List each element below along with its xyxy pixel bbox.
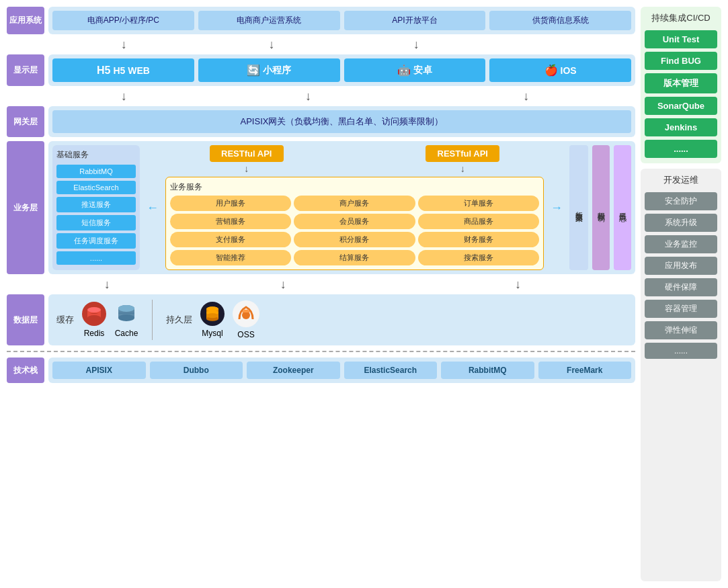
redis-label: Redis — [84, 329, 105, 338]
cicd-btn-0[interactable]: Unit Test — [645, 30, 717, 48]
small-arrow-2: ↓ — [460, 163, 465, 174]
apple-icon: 🍎 — [544, 64, 558, 77]
arrow-down-1: ↓ — [121, 38, 127, 50]
app-box-2: API开放平台 — [344, 11, 486, 30]
permission-col: 权限控制 — [592, 145, 610, 270]
svc-0: 用户服务 — [170, 196, 291, 211]
restful-api-row: RESTful API ↓ RESTful API ↓ — [165, 145, 544, 174]
biz-arrow-left: ← — [144, 145, 161, 270]
tech-layer-label: 技术栈 — [7, 358, 44, 383]
behavior-col: 行为数据采集 — [569, 145, 588, 270]
svg-point-9 — [118, 314, 134, 321]
devops-btn-4[interactable]: 硬件保障 — [645, 278, 717, 296]
syslog-text: 系统日志 — [618, 206, 628, 209]
display-layer-label: 显示层 — [7, 54, 44, 86]
redis-item: Redis — [82, 302, 106, 338]
services-title: 业务服务 — [170, 181, 539, 193]
oss-item: OSS — [233, 300, 259, 339]
biz-item-3: 短信服务 — [56, 215, 136, 230]
devops-btn-0[interactable]: 安全防护 — [645, 192, 717, 210]
svg-point-10 — [118, 305, 134, 312]
android-icon: 🤖 — [397, 64, 411, 77]
basic-services-panel: 基础服务 RabbitMQ ElasticSearch 推送服务 短信服务 任务… — [52, 145, 140, 270]
cicd-btn-2[interactable]: 版本管理 — [645, 73, 717, 93]
section-divider — [152, 300, 153, 340]
mysql-item: Mysql — [200, 302, 225, 338]
cicd-btn-5[interactable]: ...... — [645, 140, 717, 158]
cicd-btn-1[interactable]: Find BUG — [645, 52, 717, 70]
tech-boxes: APISIX Dubbo Zookeeper ElasticSearch Rab… — [52, 362, 631, 379]
display-boxes: H5 H5 WEB 🔄 小程序 🤖 安卓 🍎 IOS — [52, 58, 631, 82]
data-layer-label: 数据层 — [7, 294, 44, 345]
cicd-title: 持续集成CI/CD — [645, 12, 717, 24]
arrow-row-3: ↓ ↓ ↓ — [7, 278, 635, 290]
cicd-btn-4[interactable]: Jenkins — [645, 118, 717, 136]
business-layer-row: 业务层 基础服务 RabbitMQ ElasticSearch 推送服务 短信服… — [7, 141, 635, 274]
devops-btn-5[interactable]: 容器管理 — [645, 300, 717, 318]
display-box-ios: 🍎 IOS — [489, 58, 631, 82]
cicd-btn-3[interactable]: SonarQube — [645, 97, 717, 115]
services-box: 业务服务 用户服务 商户服务 订单服务 营销服务 会员服务 商品服务 支付服务 … — [165, 177, 544, 270]
restful-api-right: RESTful API ↓ — [426, 145, 499, 174]
mysql-icon — [200, 302, 225, 326]
ios-label: IOS — [561, 65, 577, 76]
arrow-data-2: ↓ — [280, 278, 286, 290]
mysql-label: Mysql — [202, 329, 223, 338]
devops-btn-2[interactable]: 业务监控 — [645, 235, 717, 253]
svc-1: 商户服务 — [294, 196, 415, 211]
display-layer-content: H5 H5 WEB 🔄 小程序 🤖 安卓 🍎 IOS — [48, 54, 635, 86]
tech-box-2: Zookeeper — [247, 362, 340, 379]
biz-arrow-right: → — [548, 145, 565, 270]
gateway-layer-row: 网关层 APISIX网关（负载均衡、黑白名单、访问频率限制） — [7, 106, 635, 137]
svc-3: 营销服务 — [170, 214, 291, 229]
svg-point-18 — [206, 313, 218, 318]
gateway-box: APISIX网关（负载均衡、黑白名单、访问频率限制） — [52, 110, 631, 133]
arrow-data-1: ↓ — [104, 278, 110, 290]
miniapp-icon: 🔄 — [247, 64, 260, 77]
persist-label: 持久层 — [166, 314, 192, 326]
cache-section: 缓存 Redis — [56, 302, 138, 338]
tech-layer-row: 技术栈 APISIX Dubbo Zookeeper ElasticSearch… — [7, 358, 635, 383]
app-box-1: 电商商户运营系统 — [198, 11, 340, 30]
gateway-layer-label: 网关层 — [7, 106, 44, 137]
cicd-section: 持续集成CI/CD Unit Test Find BUG 版本管理 SonarQ… — [641, 7, 721, 163]
devops-btn-6[interactable]: 弹性伸缩 — [645, 321, 717, 339]
biz-center-panel: RESTful API ↓ RESTful API ↓ 业务服务 用户服务 商户… — [165, 145, 544, 270]
arrow-down-3: ↓ — [413, 38, 419, 50]
tech-layer-content: APISIX Dubbo Zookeeper ElasticSearch Rab… — [48, 358, 635, 383]
right-arrow-icon: → — [551, 201, 563, 215]
devops-btn-3[interactable]: 应用发布 — [645, 257, 717, 275]
display-box-miniapp: 🔄 小程序 — [198, 58, 340, 82]
svc-7: 积分服务 — [294, 232, 415, 247]
restful-api-box-right: RESTful API — [426, 145, 499, 162]
app-box-0: 电商APP/小程序/PC — [52, 11, 194, 30]
left-panel: 应用系统 电商APP/小程序/PC 电商商户运营系统 API开放平台 供货商信息… — [7, 7, 635, 581]
devops-btn-7[interactable]: ...... — [645, 343, 717, 359]
svc-6: 支付服务 — [170, 232, 291, 247]
display-box-android: 🤖 安卓 — [344, 58, 486, 82]
svc-5: 商品服务 — [418, 214, 539, 229]
devops-btn-1[interactable]: 系统升级 — [645, 214, 717, 232]
persist-section: 持久层 Mysql — [166, 300, 259, 339]
small-arrow-1: ↓ — [244, 163, 249, 174]
data-layer-row: 数据层 缓存 Redis — [7, 294, 635, 345]
cache-label-item: Cache — [115, 329, 138, 338]
arrow-row-2: ↓ ↓ ↓ — [7, 90, 635, 102]
restful-api-left: RESTful API ↓ — [210, 145, 284, 174]
svc-11: 搜索服务 — [418, 250, 539, 265]
arrow-down-2: ↓ — [268, 38, 274, 50]
svg-point-5 — [87, 315, 101, 321]
tech-box-1: Dubbo — [150, 362, 243, 379]
restful-api-box-left: RESTful API — [210, 145, 284, 162]
tech-box-0: APISIX — [52, 362, 146, 379]
svc-9: 智能推荐 — [170, 250, 291, 265]
redis-icon — [82, 302, 106, 326]
syslog-col: 系统日志 — [614, 145, 631, 270]
oss-label: OSS — [237, 330, 254, 339]
display-box-web: H5 H5 WEB — [52, 58, 194, 82]
dashed-divider — [7, 351, 635, 352]
biz-item-2: 推送服务 — [56, 197, 136, 212]
main-container: 应用系统 电商APP/小程序/PC 电商商户运营系统 API开放平台 供货商信息… — [0, 0, 728, 588]
cache-icon — [114, 302, 138, 326]
biz-item-4: 任务调度服务 — [56, 233, 136, 249]
